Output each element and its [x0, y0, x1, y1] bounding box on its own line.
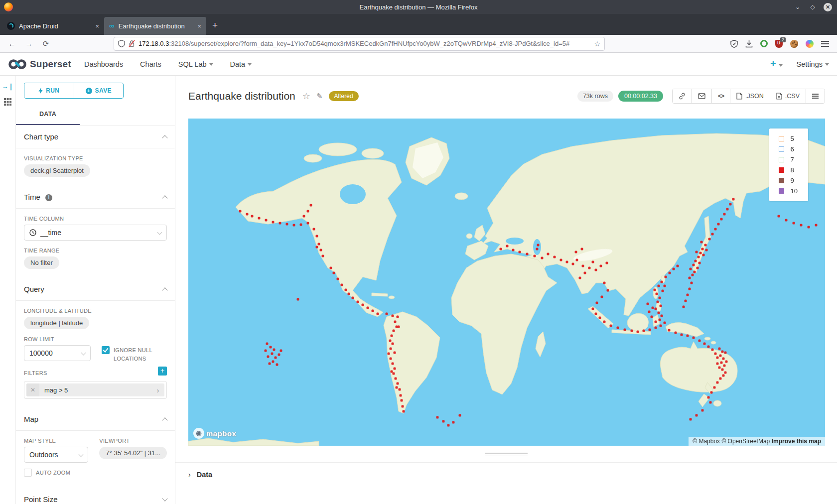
favorite-star-icon[interactable]: ☆: [302, 91, 310, 102]
url-bar[interactable]: 172.18.0.3:32108/superset/explore/?form_…: [114, 37, 605, 51]
section-chart-type[interactable]: Chart type: [16, 126, 175, 148]
lonlat-pill[interactable]: longitude | latitude: [24, 317, 89, 329]
url-text[interactable]: 172.18.0.3:32108/superset/explore/?form_…: [139, 40, 590, 47]
earthquake-point: [723, 213, 726, 216]
back-icon[interactable]: ←: [5, 39, 19, 48]
earthquake-point: [397, 316, 399, 318]
earthquake-point: [603, 282, 606, 284]
downloads-icon[interactable]: [745, 40, 753, 48]
legend-item[interactable]: 8: [769, 165, 808, 175]
chart-menu-button[interactable]: [806, 89, 825, 103]
earthquake-point: [526, 252, 529, 255]
legend-item[interactable]: 7: [769, 154, 808, 165]
earthquake-point: [724, 352, 727, 354]
earthquake-point: [594, 269, 597, 271]
legend-label: 7: [791, 156, 794, 163]
email-button[interactable]: [692, 89, 712, 103]
improve-map-link[interactable]: Improve this map: [772, 438, 821, 445]
browser-tab-apache-druid[interactable]: Apache Druid ×: [2, 17, 104, 35]
legend-item[interactable]: 5: [769, 133, 808, 144]
datasource-grid-icon[interactable]: [4, 98, 11, 106]
collapse-panel-icon[interactable]: →❘: [2, 83, 14, 90]
section-point-size[interactable]: Point Size: [16, 488, 175, 504]
time-column-label: TIME COLUMN: [24, 216, 167, 222]
tab-close-icon[interactable]: ×: [95, 22, 99, 30]
export-json-button[interactable]: .JSON: [730, 89, 770, 103]
time-range-pill[interactable]: No filter: [24, 256, 59, 269]
earthquake-point: [506, 245, 509, 248]
expand-filter-icon[interactable]: ›: [151, 386, 164, 394]
section-map[interactable]: Map: [16, 408, 175, 431]
bookmark-star-icon[interactable]: ☆: [594, 40, 600, 48]
edit-properties-icon[interactable]: ✎: [316, 92, 323, 101]
row-limit-select[interactable]: 100000: [24, 345, 91, 361]
earthquake-point: [661, 315, 663, 317]
run-button[interactable]: RUN: [24, 83, 74, 98]
nav-sql-lab[interactable]: SQL Lab: [178, 60, 213, 68]
insecure-lock-icon[interactable]: [129, 40, 135, 47]
viewport-pill[interactable]: 7° 35' 54.02" | 31...: [99, 447, 167, 459]
extension-pinwheel-icon[interactable]: [806, 40, 814, 48]
info-icon[interactable]: i: [45, 194, 52, 201]
ignore-null-checkbox-row[interactable]: IGNORE NULL LOCATIONS: [102, 346, 167, 363]
earthquake-point: [702, 254, 705, 256]
deckgl-scatter-map[interactable]: 5678910 ◉ mapbox © Mapbox © OpenStreetMa…: [188, 119, 825, 446]
cookie-extension-icon[interactable]: [790, 40, 798, 48]
earthquake-point: [267, 356, 270, 358]
reload-icon[interactable]: ⟳: [39, 39, 53, 48]
tracking-shield-icon[interactable]: [118, 40, 125, 47]
resize-drag-handle[interactable]: [485, 453, 528, 456]
legend-item[interactable]: 6: [769, 144, 808, 154]
earthquake-point: [541, 257, 544, 259]
nav-data[interactable]: Data: [230, 60, 252, 68]
tab-close-icon[interactable]: ×: [197, 22, 201, 30]
window-maximize-icon[interactable]: ◇: [809, 3, 817, 10]
auto-zoom-checkbox-row[interactable]: AUTO ZOOM: [24, 469, 88, 477]
add-filter-button[interactable]: +: [158, 367, 167, 376]
tab-data[interactable]: DATA: [16, 105, 80, 125]
browser-tab-earthquake-distribution[interactable]: ∞ Earthquake distribution ×: [104, 17, 206, 35]
legend-item[interactable]: 9: [769, 175, 808, 186]
window-close-icon[interactable]: ✕: [824, 3, 832, 11]
browser-menu-icon[interactable]: [821, 41, 829, 47]
extension-green-icon[interactable]: [760, 40, 768, 47]
earthquake-point: [713, 386, 715, 389]
ublock-badge: 2: [780, 37, 786, 42]
checkbox-checked-icon[interactable]: [102, 346, 110, 354]
copy-link-button[interactable]: [673, 89, 692, 103]
earthquake-point: [718, 348, 721, 350]
data-results-panel[interactable]: › Data: [175, 462, 837, 479]
export-csv-button[interactable]: .CSV: [770, 89, 806, 103]
chart-area: Earthquake distribution ☆ ✎ Altered 73k …: [175, 76, 837, 504]
embed-code-button[interactable]: <>: [712, 89, 730, 103]
map-style-select[interactable]: Outdoors: [24, 447, 88, 463]
earthquake-point: [272, 361, 275, 363]
earthquake-point: [732, 198, 735, 201]
add-new-button[interactable]: +: [770, 58, 783, 70]
protections-shield-icon[interactable]: [730, 40, 738, 48]
forward-icon[interactable]: →: [22, 39, 36, 48]
chevron-right-icon[interactable]: ›: [188, 471, 191, 479]
nav-dashboards[interactable]: Dashboards: [84, 60, 123, 68]
earthquake-point: [717, 223, 720, 226]
checkbox-empty-icon[interactable]: [24, 469, 32, 477]
remove-filter-icon[interactable]: ✕: [26, 383, 39, 396]
viz-type-pill[interactable]: deck.gl Scatterplot: [24, 164, 90, 177]
superset-logo[interactable]: Superset: [8, 58, 71, 70]
filter-item[interactable]: ✕ mag > 5 ›: [26, 383, 164, 396]
mapbox-logo[interactable]: ◉ mapbox: [193, 428, 237, 439]
save-button[interactable]: + SAVE: [74, 83, 124, 98]
settings-menu[interactable]: Settings: [797, 60, 829, 68]
earthquake-point: [403, 410, 405, 413]
time-column-select[interactable]: __time: [24, 225, 167, 241]
earthquake-point: [303, 215, 305, 218]
ublock-shield-icon[interactable]: 2: [775, 40, 783, 48]
section-query[interactable]: Query: [16, 278, 175, 301]
nav-charts[interactable]: Charts: [140, 60, 161, 68]
earthquake-point: [400, 394, 402, 397]
earthquake-point: [651, 316, 653, 318]
section-time[interactable]: Time i: [16, 186, 175, 209]
new-tab-button[interactable]: +: [212, 20, 218, 31]
legend-item[interactable]: 10: [769, 186, 808, 196]
window-minimize-icon[interactable]: ⌄: [794, 3, 802, 10]
